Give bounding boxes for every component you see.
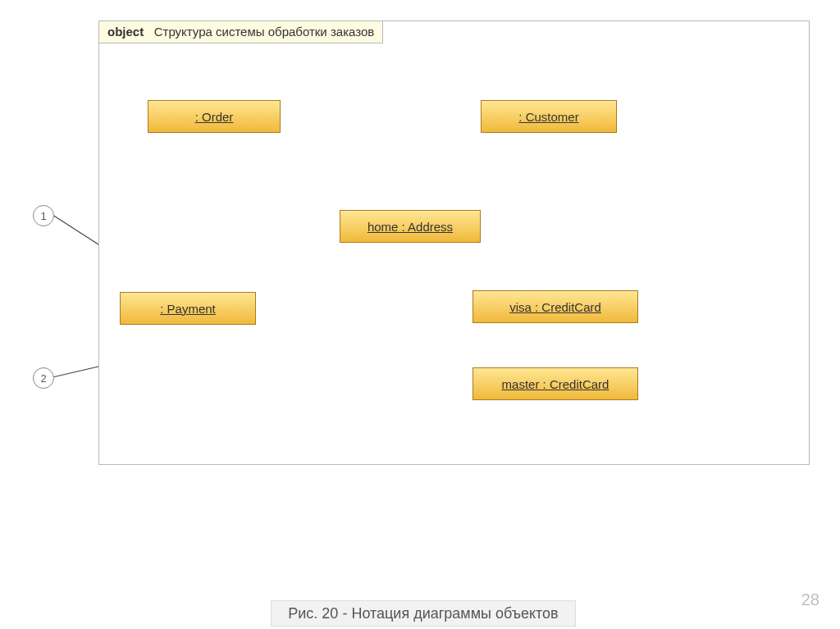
object-payment-label: : Payment <box>157 302 219 316</box>
annotation-badge-2: 2 <box>33 367 54 389</box>
object-order: : Order <box>148 100 281 133</box>
annotation-badge-2-label: 2 <box>40 372 46 385</box>
object-payment: : Payment <box>120 292 256 325</box>
object-customer: : Customer <box>481 100 617 133</box>
diagram-frame-label: object Структура системы обработки заказ… <box>98 21 383 43</box>
object-master: master : CreditCard <box>472 367 638 400</box>
page-number: 28 <box>801 590 819 609</box>
object-master-label: master : CreditCard <box>499 377 613 391</box>
diagram-frame-title: Структура системы обработки заказов <box>154 25 375 39</box>
object-visa-label: visa : CreditCard <box>506 300 605 314</box>
object-visa: visa : CreditCard <box>472 290 638 323</box>
object-order-label: : Order <box>192 110 237 124</box>
object-address: home : Address <box>340 210 481 243</box>
figure-caption-text: Рис. 20 - Нотация диаграммы объектов <box>288 605 558 622</box>
object-customer-label: : Customer <box>515 110 582 124</box>
diagram-frame: object Структура системы обработки заказ… <box>98 21 810 465</box>
figure-caption: Рис. 20 - Нотация диаграммы объектов <box>271 600 576 627</box>
annotation-badge-1: 1 <box>33 205 54 226</box>
annotation-badge-1-label: 1 <box>40 210 46 222</box>
object-address-label: home : Address <box>364 220 456 234</box>
diagram-frame-keyword: object <box>107 25 144 39</box>
